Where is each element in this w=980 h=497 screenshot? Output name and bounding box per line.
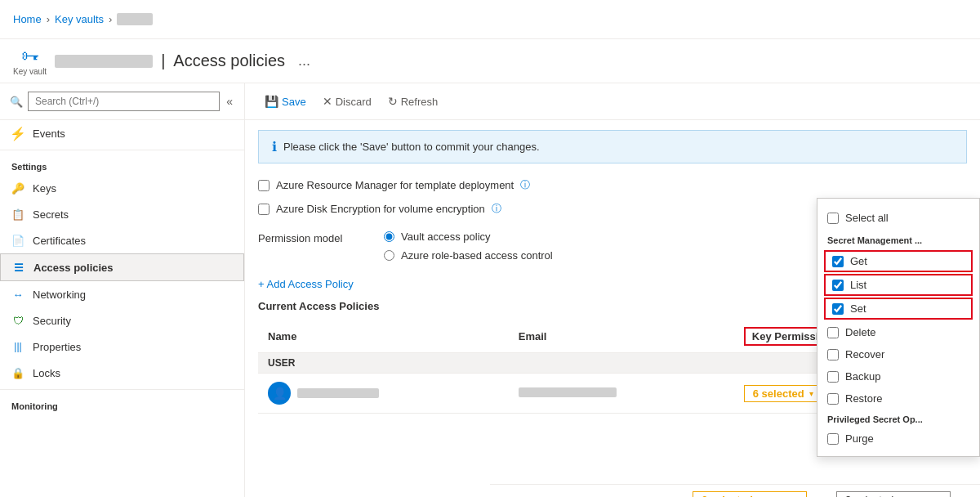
keys-icon: 🔑 — [11, 181, 24, 195]
sidebar-item-secrets-label: Secrets — [33, 208, 69, 221]
select-all-checkbox[interactable] — [827, 213, 839, 224]
delete-label: Delete — [845, 326, 876, 338]
row-name: 👤 — [258, 374, 509, 414]
select-all-row: Select all — [817, 205, 979, 231]
footer-secret-dropdown[interactable]: 3 selected ▾ — [836, 491, 951, 497]
page-title: Access policies — [173, 51, 285, 70]
settings-section-label: Settings — [0, 154, 244, 175]
dropdown-item-get: Get — [824, 250, 973, 272]
dropdown-item-set: Set — [824, 298, 973, 320]
key-permissions-chevron: ▾ — [809, 389, 813, 398]
azure-disk-label: Azure Disk Encryption for volume encrypt… — [276, 203, 485, 215]
breadcrumb-home[interactable]: Home — [13, 13, 42, 25]
sidebar-item-locks-label: Locks — [33, 367, 60, 379]
restore-label: Restore — [845, 392, 883, 405]
azure-rm-label: Azure Resource Manager for template depl… — [276, 179, 514, 191]
dropdown-item-list: List — [824, 274, 973, 296]
vault-access-policy-radio[interactable] — [384, 231, 394, 242]
sidebar-item-keys[interactable]: 🔑 Keys — [0, 175, 244, 201]
list-label: List — [850, 279, 866, 291]
dropdown-item-purge: Purge — [817, 428, 979, 450]
sidebar-item-networking[interactable]: ↔ Networking — [0, 281, 244, 307]
save-button[interactable]: 💾 Save — [258, 92, 313, 111]
secrets-icon: 📋 — [11, 208, 24, 221]
vault-access-policy-label: Vault access policy — [401, 231, 491, 243]
collapse-button[interactable]: « — [225, 93, 234, 110]
azure-rm-info-icon[interactable]: ⓘ — [520, 178, 530, 192]
sidebar-divider-settings — [0, 150, 244, 150]
azure-rm-checkbox[interactable] — [258, 180, 270, 191]
purge-checkbox[interactable] — [827, 433, 839, 445]
get-label: Get — [850, 255, 867, 267]
footer-secret-value: 3 selected — [845, 494, 893, 497]
footer-bar: 6 selected ▾ 3 selected ▾ — [490, 484, 980, 497]
sidebar-item-locks[interactable]: 🔒 Locks — [0, 360, 244, 386]
get-checkbox[interactable] — [832, 256, 844, 267]
dropdown-item-backup: Backup — [817, 365, 979, 387]
sidebar-item-events[interactable]: ⚡ Events — [0, 120, 244, 146]
delete-checkbox[interactable] — [827, 327, 839, 338]
toolbar: 💾 Save ✕ Discard ↻ Refresh — [245, 83, 980, 120]
recover-label: Recover — [845, 348, 884, 360]
privileged-section-label: Privileged Secret Op... — [817, 410, 979, 428]
recover-checkbox[interactable] — [827, 349, 839, 360]
set-label: Set — [850, 302, 866, 315]
discard-icon: ✕ — [323, 95, 332, 108]
networking-icon: ↔ — [11, 288, 24, 301]
sidebar-item-security[interactable]: 🛡 Security — [0, 307, 244, 334]
backup-checkbox[interactable] — [827, 371, 839, 383]
rbac-radio[interactable] — [384, 250, 394, 261]
rbac-row: Azure role-based access control — [384, 249, 553, 262]
vault-name-blurred — [55, 55, 153, 68]
rbac-label: Azure role-based access control — [401, 249, 553, 262]
key-permissions-value: 6 selected — [753, 387, 804, 400]
sidebar-item-access-policies-label: Access policies — [33, 262, 114, 274]
sidebar-item-events-label: Events — [33, 128, 65, 140]
azure-rm-row: Azure Resource Manager for template depl… — [258, 173, 967, 197]
sidebar-item-properties-label: Properties — [33, 341, 81, 353]
azure-disk-checkbox[interactable] — [258, 204, 270, 215]
breadcrumb-bar: Home › Key vaults › — [0, 0, 980, 39]
search-input[interactable] — [28, 92, 220, 111]
list-checkbox[interactable] — [832, 280, 844, 291]
purge-label: Purge — [845, 432, 874, 445]
search-bar: 🔍 « — [0, 83, 244, 120]
sidebar-item-secrets[interactable]: 📋 Secrets — [0, 201, 244, 227]
keyvault-icon: 🗝 — [21, 46, 39, 67]
refresh-button[interactable]: ↻ Refresh — [381, 92, 445, 111]
monitoring-section-label: Monitoring — [0, 393, 244, 414]
security-icon: 🛡 — [11, 314, 24, 327]
name-blurred — [297, 388, 379, 398]
col-name: Name — [258, 320, 509, 353]
footer-key-dropdown[interactable]: 6 selected ▾ — [693, 491, 807, 497]
key-permissions-dropdown[interactable]: 6 selected ▾ — [744, 385, 822, 402]
discard-button[interactable]: ✕ Discard — [316, 92, 378, 111]
dropdown-item-restore: Restore — [817, 387, 979, 410]
sidebar-item-certificates[interactable]: 📄 Certificates — [0, 227, 244, 253]
sidebar-item-access-policies[interactable]: ☰ Access policies — [0, 253, 244, 281]
permission-model-label: Permission model — [258, 231, 364, 244]
azure-disk-info-icon[interactable]: ⓘ — [492, 202, 501, 216]
avatar: 👤 — [268, 382, 291, 405]
footer-secret-selected: 3 selected ▾ — [836, 491, 967, 497]
backup-label: Backup — [845, 370, 880, 383]
row-email — [509, 374, 734, 414]
add-policy-link[interactable]: + Add Access Policy — [258, 271, 354, 293]
info-icon: ℹ — [272, 139, 277, 154]
restore-checkbox[interactable] — [827, 393, 839, 405]
dropdown-item-delete: Delete — [817, 321, 979, 343]
sidebar-item-security-label: Security — [33, 315, 71, 327]
info-message: Please click the 'Save' button to commit… — [283, 141, 540, 153]
breadcrumb-keyvaults[interactable]: Key vaults — [55, 13, 104, 25]
info-bar: ℹ Please click the 'Save' button to comm… — [258, 130, 967, 163]
access-policies-icon: ☰ — [12, 261, 25, 274]
select-all-label: Select all — [845, 212, 889, 224]
set-checkbox[interactable] — [832, 303, 844, 315]
col-email: Email — [509, 320, 734, 353]
sidebar-item-properties[interactable]: ||| Properties — [0, 334, 244, 360]
secret-permissions-dropdown-overlay: Select all Secret Management ... Get Lis… — [817, 198, 980, 457]
permission-model-options: Vault access policy Azure role-based acc… — [384, 231, 553, 262]
vault-access-policy-row: Vault access policy — [384, 231, 553, 243]
sidebar-item-keys-label: Keys — [33, 182, 56, 195]
ellipsis-button[interactable]: ... — [293, 51, 315, 71]
